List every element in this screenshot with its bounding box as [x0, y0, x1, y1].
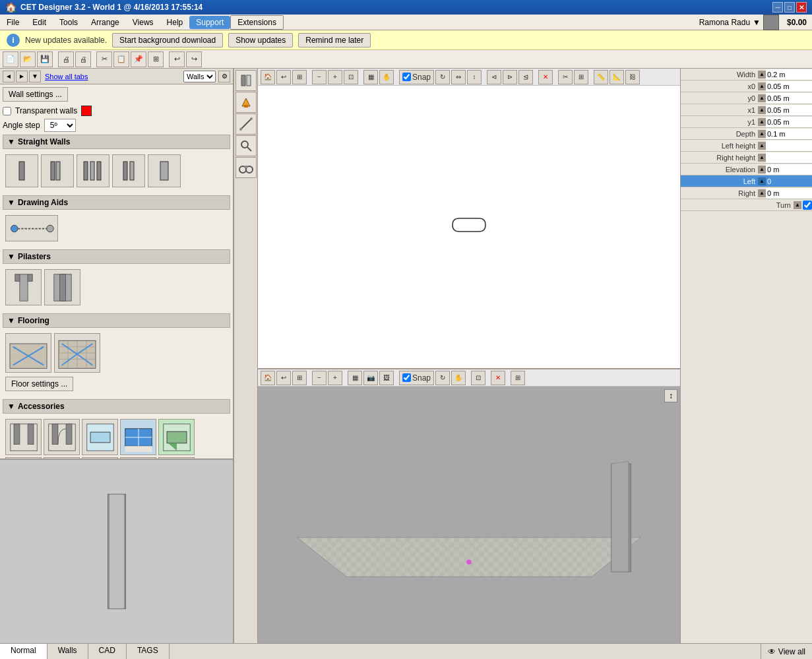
copy-button[interactable]: 📋	[113, 51, 129, 67]
pilaster-item-1[interactable]	[5, 269, 42, 305]
view-3d-screenshot[interactable]: 📷	[363, 371, 378, 385]
prop-btn-right[interactable]: ▲	[758, 189, 766, 197]
start-download-button[interactable]: Start background download	[112, 33, 223, 47]
angle-step-select[interactable]: 5º 10º 15º 30º 45º 90º	[44, 119, 76, 132]
wall-settings-button[interactable]: Wall settings ...	[3, 87, 68, 102]
prop-value-right[interactable]	[766, 188, 812, 199]
panel-back-button[interactable]: ◄	[3, 71, 15, 82]
view-2d-mirror2[interactable]: ↕	[467, 70, 482, 84]
side-icon-walls[interactable]	[235, 70, 257, 91]
view-3d-more[interactable]: ⊞	[511, 371, 525, 385]
view-2d-delete[interactable]: ✕	[538, 70, 553, 84]
prop-btn-width[interactable]: ▲	[758, 71, 766, 78]
view-3d-snap[interactable]: Snap	[399, 371, 434, 385]
user-dropdown-icon[interactable]: ▼	[753, 18, 761, 27]
accessory-window-green[interactable]	[158, 419, 195, 455]
view-2d-zoom-in[interactable]: +	[328, 70, 342, 84]
prop-btn-left-height[interactable]: ▲	[758, 142, 766, 150]
view-2d-rotate[interactable]: ↻	[435, 70, 450, 84]
floor-item-1[interactable]	[5, 333, 51, 373]
status-tab-cad[interactable]: CAD	[88, 644, 127, 659]
view-3d-fit[interactable]: ⊞	[292, 371, 307, 385]
view-3d-move[interactable]: ✋	[451, 371, 466, 385]
view-2d-canvas[interactable]	[258, 86, 680, 368]
accessory-window-square[interactable]	[82, 419, 118, 455]
panel-forward-button[interactable]: ►	[16, 71, 28, 82]
accessory-door[interactable]	[44, 419, 80, 455]
prop-btn-x1[interactable]: ▲	[758, 106, 766, 114]
view-3d-delete[interactable]: ✕	[491, 371, 505, 385]
accessory-wall-opening[interactable]	[5, 419, 42, 455]
view-2d-ruler2[interactable]: 📐	[609, 70, 624, 84]
maximize-button[interactable]: □	[784, 2, 795, 13]
menu-extensions[interactable]: Extensions	[230, 15, 284, 30]
prop-btn-y0[interactable]: ▲	[758, 94, 766, 102]
view-3d-fit2[interactable]: ⊡	[471, 371, 485, 385]
prop-btn-left[interactable]: ▲	[758, 177, 766, 185]
paste-button[interactable]: 📌	[131, 51, 146, 67]
view-2d-pan[interactable]: ✋	[379, 70, 394, 84]
panel-tab-dropdown[interactable]: Walls	[183, 71, 216, 82]
prop-btn-x0[interactable]: ▲	[758, 82, 766, 90]
wall-item-5[interactable]	[148, 154, 181, 187]
wall-item-4[interactable]	[112, 154, 145, 187]
prop-value-width[interactable]	[766, 69, 812, 80]
view-2d-chain[interactable]: ⛓	[625, 70, 640, 84]
cut-button[interactable]: ✂	[96, 51, 112, 67]
view-2d-zoom-fit[interactable]: ⊡	[344, 70, 358, 84]
view-2d-align-left[interactable]: ⊲	[487, 70, 501, 84]
prop-btn-right-height[interactable]: ▲	[758, 154, 766, 162]
floor-item-2[interactable]	[54, 333, 100, 373]
menu-arrange[interactable]: Arrange	[84, 16, 126, 29]
menu-edit[interactable]: Edit	[26, 16, 53, 29]
floor-settings-button[interactable]: Floor settings ...	[5, 377, 73, 391]
status-tab-tags[interactable]: TAGS	[127, 644, 170, 659]
prop-value-depth[interactable]	[766, 129, 812, 139]
prop-btn-turn[interactable]: ▲	[794, 201, 801, 209]
view-2d-scissor[interactable]: ✂	[558, 70, 573, 84]
prop-value-right-height[interactable]	[766, 152, 812, 163]
view-all-button[interactable]: 👁 View all	[761, 644, 812, 659]
prop-value-y1[interactable]	[766, 117, 812, 127]
save-button[interactable]: 💾	[37, 51, 53, 67]
view-2d-zoom-out[interactable]: −	[312, 70, 327, 84]
menu-help[interactable]: Help	[160, 16, 190, 29]
new-button[interactable]: 📄	[3, 51, 18, 67]
side-icon-paint[interactable]	[235, 92, 257, 113]
view-2d-more[interactable]: ⊞	[574, 70, 588, 84]
menu-views[interactable]: Views	[126, 16, 160, 29]
prop-btn-elevation[interactable]: ▲	[758, 166, 766, 173]
view-2d-align-center[interactable]: ⊳	[503, 70, 517, 84]
view-2d-snap[interactable]: Snap	[399, 70, 434, 84]
accessories-header[interactable]: ▼ Accessories	[3, 399, 230, 414]
panel-down-button[interactable]: ▼	[29, 71, 41, 82]
prop-btn-depth[interactable]: ▲	[758, 130, 766, 138]
show-updates-button[interactable]: Show updates	[228, 33, 293, 47]
menu-tools[interactable]: Tools	[53, 16, 84, 29]
view-2d-align-right[interactable]: ⊴	[518, 70, 533, 84]
print-setup-button[interactable]: 🖨	[58, 51, 74, 67]
status-tab-normal[interactable]: Normal	[0, 644, 47, 659]
view-2d-fit[interactable]: ⊞	[292, 70, 307, 84]
view-3d-rotate[interactable]: ↻	[435, 371, 450, 385]
close-button[interactable]: ✕	[796, 2, 807, 13]
pilaster-item-2[interactable]	[44, 269, 80, 305]
prop-value-y0[interactable]	[766, 93, 812, 104]
minimize-button[interactable]: ─	[772, 2, 783, 13]
side-icon-measure[interactable]	[235, 113, 257, 135]
menu-support[interactable]: Support	[189, 16, 230, 29]
straight-walls-header[interactable]: ▼ Straight Walls	[3, 135, 230, 149]
view-2d-home[interactable]: 🏠	[261, 70, 275, 84]
remind-later-button[interactable]: Remind me later	[298, 33, 371, 47]
undo-button[interactable]: ↩	[169, 51, 185, 67]
show-all-tabs-link[interactable]: Show all tabs	[45, 73, 88, 80]
flooring-header[interactable]: ▼ Flooring	[3, 313, 230, 328]
prop-value-x0[interactable]	[766, 81, 812, 92]
view-2d-back[interactable]: ↩	[276, 70, 291, 84]
drawing-aids-header[interactable]: ▼ Drawing Aids	[3, 195, 230, 210]
status-tab-walls[interactable]: Walls	[47, 644, 88, 659]
wall-item-3[interactable]	[77, 154, 109, 187]
prop-btn-y1[interactable]: ▲	[758, 118, 766, 126]
redo-button[interactable]: ↪	[186, 51, 202, 67]
view-3d-home[interactable]: 🏠	[261, 371, 275, 385]
